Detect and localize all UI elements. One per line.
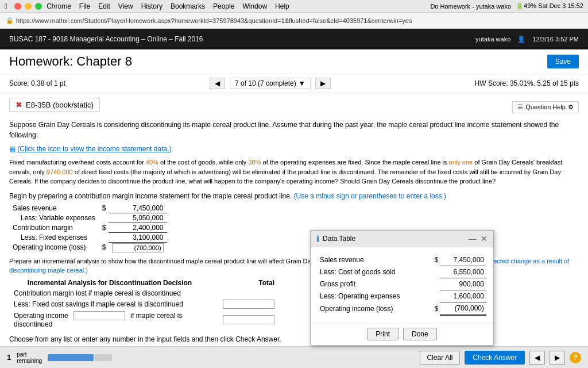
popup-row: Less: Cost of goods sold 6,550,000 [318, 266, 486, 278]
minimize-button[interactable] [25, 3, 32, 10]
main-content: ✖ E8-35B (book/static) ☰ Question Help ⚙… [0, 93, 588, 351]
problem-id-text: E8-35B (book/static) [26, 101, 94, 109]
urlbar: 🔒 https://www.mathxl.com/Student/PlayerH… [0, 13, 588, 29]
problem-id: ✖ E8-35B (book/static) [9, 98, 100, 112]
tab-title: Do Homework - yutaka wako [430, 3, 511, 10]
hw-score: HW Score: 35.01%, 5.25 of 15 pts [475, 79, 579, 87]
amount: 5,050,000 [109, 213, 167, 223]
operating-income-input[interactable] [112, 243, 164, 252]
clear-all-button[interactable]: Clear All [420, 351, 461, 351]
page-title: Homework: Chapter 8 [9, 54, 132, 69]
nav-dropdown[interactable]: 7 of 10 (7 complete) ▼ [230, 78, 311, 89]
minimize-popup-button[interactable]: — [469, 234, 477, 243]
url-text[interactable]: https://www.mathxl.com/Student/PlayerHom… [16, 17, 412, 24]
course-title: BUSAC 187 - 9018 Managerial Accounting –… [9, 35, 203, 43]
menu-window[interactable]: Window [242, 2, 267, 10]
menu-bookmarks[interactable]: Bookmarks [171, 2, 205, 10]
dollar-sign: $ [99, 223, 109, 232]
popup-amount: 900,000 [440, 278, 487, 290]
amount: 3,100,000 [109, 232, 167, 242]
traffic-lights [14, 3, 42, 10]
question-help-bar: ✖ E8-35B (book/static) ☰ Question Help ⚙ [9, 98, 579, 116]
apple-icon:  [5, 2, 7, 11]
nav-next-button[interactable]: ▶ [315, 78, 331, 89]
question-help-button[interactable]: ☰ Question Help ⚙ [512, 101, 579, 113]
click-label[interactable]: (Click the icon to view the income state… [17, 145, 171, 153]
dollar-sign [99, 213, 109, 223]
analysis-total-input-cell [210, 310, 279, 329]
menu-file[interactable]: File [79, 2, 90, 10]
popup-dollar [430, 290, 440, 302]
check-answer-button[interactable]: Check Answer [465, 351, 525, 351]
popup-amount: 6,550,000 [440, 266, 487, 278]
question-help-label: Question Help [525, 103, 566, 110]
label: Operating income (loss) [9, 242, 99, 253]
info-icon: ℹ [316, 234, 319, 243]
table-row: Less: Variable expenses 5,050,000 [9, 213, 167, 223]
prev-question-button[interactable]: ◀ [529, 351, 545, 351]
label: Less: Fixed expenses [9, 232, 99, 242]
analysis-title: Incremental Analysis for Discontinuation… [9, 278, 210, 288]
menubar:  Chrome File Edit View History Bookmark… [0, 0, 588, 13]
problem-description: Suppose Grain Day Cereals is considering… [9, 120, 579, 140]
nav-prev-button[interactable]: ◀ [210, 78, 225, 89]
username: yutaka wako [475, 36, 510, 43]
menu-chrome[interactable]: Chrome [47, 2, 71, 10]
next-question-button[interactable]: ▶ [550, 351, 565, 351]
bottom-bar: 1 part remaining Clear All Check Answer … [0, 346, 588, 351]
print-button[interactable]: Print [367, 328, 399, 340]
popup-body: Sales revenue $ 7,450,000 Less: Cost of … [311, 247, 493, 323]
analysis-row-2: Less: Fixed cost savings if maple cereal… [9, 298, 279, 310]
popup-dollar: $ [430, 302, 440, 315]
operating-income-total-input[interactable] [223, 315, 274, 324]
score-text: Score: 0.38 of 1 pt [9, 79, 65, 87]
popup-dollar: $ [430, 254, 440, 266]
maximize-button[interactable] [35, 3, 42, 10]
menu-help[interactable]: Help [275, 2, 289, 10]
analysis-row-1: Contribution margin lost if maple cereal… [9, 288, 279, 298]
popup-amount: (700,000) [440, 302, 487, 315]
menu-view[interactable]: View [118, 2, 133, 10]
amount: 7,450,000 [109, 204, 167, 213]
save-button[interactable]: Save [547, 55, 579, 68]
nav-controls: ◀ 7 of 10 (7 complete) ▼ ▶ [210, 78, 331, 89]
menu-items: Chrome File Edit View History Bookmarks … [47, 2, 289, 10]
menu-history[interactable]: History [141, 2, 163, 10]
operating-income-inline-input[interactable] [74, 311, 125, 320]
total-header: Total [210, 278, 279, 288]
analysis-row-3: Operating income if maple cereal is disc… [9, 310, 279, 329]
label: Less: Variable expenses [9, 213, 99, 223]
close-popup-button[interactable]: ✕ [481, 234, 488, 243]
operating-income-input-cell [109, 242, 167, 253]
click-data-link: ▦ (Click the icon to view the income sta… [9, 144, 579, 154]
popup-row: Gross profit 900,000 [318, 278, 486, 290]
fixed-savings-input[interactable] [223, 300, 274, 309]
table-row: Operating income (loss) $ [9, 242, 167, 253]
user-icon: 👤 [517, 36, 525, 43]
popup-label: Less: Cost of goods sold [318, 266, 430, 278]
analysis-label: Less: Fixed cost savings if maple cereal… [9, 298, 210, 310]
income-table: Sales revenue $ 7,450,000 Less: Variable… [9, 204, 167, 253]
popup-header: ℹ Data Table — ✕ [311, 231, 493, 247]
analysis-input-cell [210, 298, 279, 310]
analysis-value-1 [210, 288, 279, 298]
popup-label: Gross profit [318, 278, 430, 290]
popup-row: Less: Operating expenses 1,600,000 [318, 290, 486, 302]
popup-footer: Print Done [311, 323, 493, 345]
popup-amount: 7,450,000 [440, 254, 487, 266]
user-info: yutaka wako 👤 12/3/16 3:52 PM [475, 36, 579, 43]
menu-right: Do Homework - yutaka wako 🔋49% Sat Dec 3… [430, 2, 583, 10]
dollar-sign [99, 232, 109, 242]
menu-edit[interactable]: Edit [98, 2, 110, 10]
popup-amount: 1,600,000 [440, 290, 487, 302]
bottom-buttons: Clear All Check Answer ◀ ▶ ? [420, 351, 581, 351]
menu-people[interactable]: People [213, 2, 234, 10]
system-info: 🔋49% Sat Dec 3 15:52 [516, 2, 583, 10]
popup-row: Operating income (loss) $ (700,000) [318, 302, 486, 315]
problem-icon: ✖ [16, 100, 22, 109]
done-button[interactable]: Done [403, 328, 437, 340]
close-button[interactable] [14, 3, 21, 10]
analysis-header-row: Incremental Analysis for Discontinuation… [9, 278, 279, 288]
amount: 2,400,000 [109, 223, 167, 232]
table-row: Contribution margin $ 2,400,000 [9, 223, 167, 232]
